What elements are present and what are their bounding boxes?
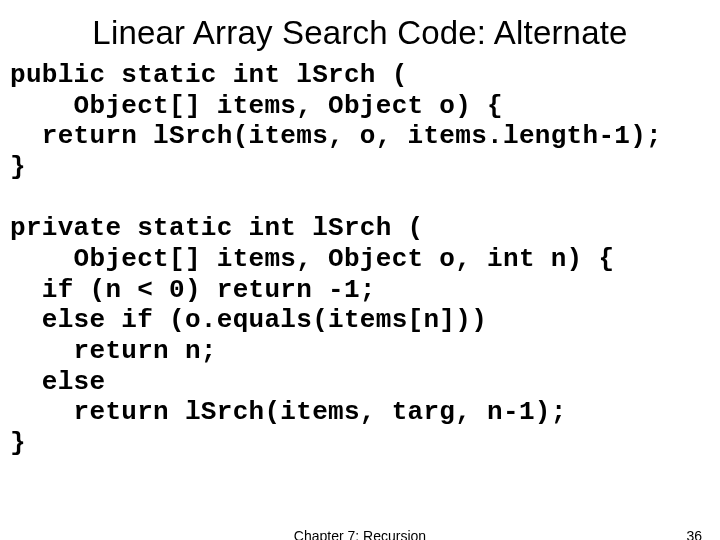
footer-chapter: Chapter 7: Recursion [0, 528, 720, 540]
code-block: public static int lSrch ( Object[] items… [0, 58, 720, 459]
slide-title: Linear Array Search Code: Alternate [0, 0, 720, 58]
page-number: 36 [686, 528, 702, 540]
slide: Linear Array Search Code: Alternate publ… [0, 0, 720, 540]
